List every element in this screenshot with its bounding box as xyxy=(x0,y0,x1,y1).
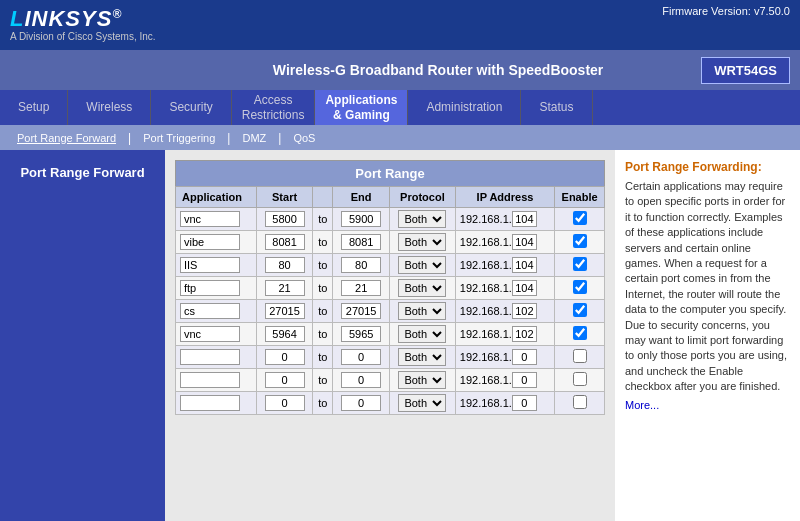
nav-security[interactable]: Security xyxy=(151,90,231,125)
subnav-qos[interactable]: QoS xyxy=(281,132,327,144)
protocol-select[interactable]: BothTCPUDP xyxy=(398,302,446,320)
nav-status[interactable]: Status xyxy=(521,90,592,125)
start-cell xyxy=(256,231,313,254)
ip-suffix-input[interactable] xyxy=(512,280,537,296)
start-input[interactable] xyxy=(265,326,305,342)
end-input[interactable] xyxy=(341,211,381,227)
col-header-end: End xyxy=(333,187,390,208)
help-body: Certain applications may require to open… xyxy=(625,179,790,394)
app-input[interactable] xyxy=(180,303,240,319)
enable-checkbox[interactable] xyxy=(573,372,587,386)
firmware-version: Firmware Version: v7.50.0 xyxy=(662,5,790,17)
nav-administration[interactable]: Administration xyxy=(408,90,521,125)
ip-cell: 192.168.1. xyxy=(455,369,554,392)
start-cell xyxy=(256,277,313,300)
ip-prefix: 192.168.1. xyxy=(460,351,512,363)
app-cell xyxy=(176,208,257,231)
protocol-select[interactable]: BothTCPUDP xyxy=(398,233,446,251)
to-label: to xyxy=(313,346,333,369)
app-input[interactable] xyxy=(180,257,240,273)
start-input[interactable] xyxy=(265,234,305,250)
ip-suffix-input[interactable] xyxy=(512,349,537,365)
logo-area: LINKSYS® A Division of Cisco Systems, In… xyxy=(10,8,156,41)
start-input[interactable] xyxy=(265,280,305,296)
ip-suffix-input[interactable] xyxy=(512,211,537,227)
enable-checkbox[interactable] xyxy=(573,303,587,317)
start-input[interactable] xyxy=(265,257,305,273)
start-input[interactable] xyxy=(265,372,305,388)
end-cell xyxy=(333,323,390,346)
ip-suffix-input[interactable] xyxy=(512,372,537,388)
ip-cell: 192.168.1. xyxy=(455,300,554,323)
protocol-select[interactable]: BothTCPUDP xyxy=(398,279,446,297)
main-content: Port Range Application Start End Protoco… xyxy=(165,150,615,521)
end-cell xyxy=(333,208,390,231)
app-cell xyxy=(176,369,257,392)
nav-wireless[interactable]: Wireless xyxy=(68,90,151,125)
end-input[interactable] xyxy=(341,234,381,250)
protocol-cell: BothTCPUDP xyxy=(389,392,455,415)
end-input[interactable] xyxy=(341,303,381,319)
protocol-select[interactable]: BothTCPUDP xyxy=(398,325,446,343)
protocol-cell: BothTCPUDP xyxy=(389,369,455,392)
start-input[interactable] xyxy=(265,303,305,319)
ip-prefix: 192.168.1. xyxy=(460,282,512,294)
col-header-application: Application xyxy=(176,187,257,208)
end-input[interactable] xyxy=(341,395,381,411)
protocol-cell: BothTCPUDP xyxy=(389,208,455,231)
enable-checkbox[interactable] xyxy=(573,349,587,363)
end-input[interactable] xyxy=(341,257,381,273)
nav-setup[interactable]: Setup xyxy=(0,90,68,125)
subnav-dmz[interactable]: DMZ xyxy=(230,132,278,144)
help-more-link[interactable]: More... xyxy=(625,399,659,411)
end-cell xyxy=(333,231,390,254)
ip-suffix-input[interactable] xyxy=(512,234,537,250)
content-area: Port Range Forward Port Range Applicatio… xyxy=(0,150,800,521)
subnav-port-range-forward[interactable]: Port Range Forward xyxy=(5,132,128,144)
app-input[interactable] xyxy=(180,211,240,227)
protocol-select[interactable]: BothTCPUDP xyxy=(398,210,446,228)
enable-checkbox[interactable] xyxy=(573,395,587,409)
enable-checkbox[interactable] xyxy=(573,257,587,271)
enable-checkbox[interactable] xyxy=(573,326,587,340)
end-input[interactable] xyxy=(341,349,381,365)
end-input[interactable] xyxy=(341,280,381,296)
protocol-select[interactable]: BothTCPUDP xyxy=(398,256,446,274)
protocol-select[interactable]: BothTCPUDP xyxy=(398,371,446,389)
app-input[interactable] xyxy=(180,349,240,365)
nav-access-restrictions[interactable]: AccessRestrictions xyxy=(232,90,316,125)
ip-suffix-input[interactable] xyxy=(512,395,537,411)
end-input[interactable] xyxy=(341,326,381,342)
app-input[interactable] xyxy=(180,395,240,411)
ip-cell: 192.168.1. xyxy=(455,346,554,369)
protocol-select[interactable]: BothTCPUDP xyxy=(398,348,446,366)
enable-checkbox[interactable] xyxy=(573,234,587,248)
app-input[interactable] xyxy=(180,280,240,296)
enable-checkbox[interactable] xyxy=(573,211,587,225)
to-label: to xyxy=(313,369,333,392)
ip-suffix-input[interactable] xyxy=(512,303,537,319)
app-cell xyxy=(176,323,257,346)
end-input[interactable] xyxy=(341,372,381,388)
to-label: to xyxy=(313,277,333,300)
ip-suffix-input[interactable] xyxy=(512,257,537,273)
ip-suffix-input[interactable] xyxy=(512,326,537,342)
start-input[interactable] xyxy=(265,349,305,365)
app-input[interactable] xyxy=(180,234,240,250)
subnav-port-triggering[interactable]: Port Triggering xyxy=(131,132,227,144)
app-input[interactable] xyxy=(180,372,240,388)
enable-cell xyxy=(555,346,605,369)
app-input[interactable] xyxy=(180,326,240,342)
ip-cell: 192.168.1. xyxy=(455,254,554,277)
protocol-select[interactable]: BothTCPUDP xyxy=(398,394,446,412)
col-header-ip: IP Address xyxy=(455,187,554,208)
start-cell xyxy=(256,208,313,231)
nav-applications-gaming[interactable]: Applications& Gaming xyxy=(315,90,408,125)
start-input[interactable] xyxy=(265,211,305,227)
help-panel: Port Range Forwarding: Certain applicati… xyxy=(615,150,800,521)
to-label: to xyxy=(313,323,333,346)
enable-cell xyxy=(555,208,605,231)
protocol-cell: BothTCPUDP xyxy=(389,277,455,300)
start-input[interactable] xyxy=(265,395,305,411)
enable-checkbox[interactable] xyxy=(573,280,587,294)
